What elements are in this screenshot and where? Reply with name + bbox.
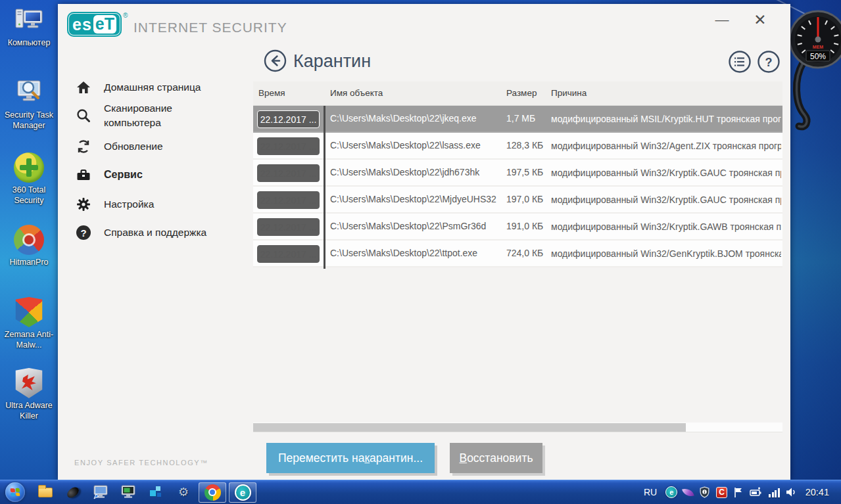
object-size: 724,0 КБ (506, 248, 548, 258)
back-button[interactable] (264, 49, 287, 72)
memory-gauge-gadget[interactable]: MEM 50% (788, 5, 841, 139)
folder-icon (38, 488, 53, 497)
desktop-icon-hitmanpro[interactable]: HitmanPro (0, 225, 58, 267)
table-row[interactable]: 22.12.2017 ... C:\Users\Maks\Desktop\22\… (253, 133, 782, 160)
taskbar-green-pc-button[interactable] (114, 481, 142, 503)
sidebar-item-setup[interactable]: Настройка (58, 196, 252, 213)
desktop-icon-zemana-antimalware[interactable]: Zemana Anti-Malw... (0, 297, 58, 351)
network-signal-icon[interactable] (769, 488, 780, 497)
ultra-adware-killer-shield-icon (14, 368, 43, 398)
desktop-icon-computer[interactable]: Компьютер (0, 5, 58, 48)
chrome-icon (204, 484, 221, 501)
column-separator (324, 106, 325, 269)
sidebar-item-update[interactable]: Обновление (58, 138, 252, 155)
table-row[interactable]: 22.12.2017 ... C:\Users\Maks\Desktop\22\… (253, 187, 782, 214)
sidebar-item-label: Настройка (104, 197, 154, 212)
gears-icon: ⚙ (178, 486, 189, 498)
desktop-icon-label: Ultra Adware Killer (0, 400, 58, 422)
power-battery-icon[interactable] (750, 487, 763, 497)
object-name: C:\Users\Maks\Desktop\22\ttpot.exe (330, 248, 502, 258)
product-name: INTERNET SECURITY (133, 20, 287, 35)
taskbar-clock[interactable]: 20:41 (803, 487, 834, 497)
taskbar-remote-pc-button[interactable] (87, 481, 114, 503)
horizontal-scrollbar-thumb[interactable] (253, 423, 686, 432)
quarantine-menu-button[interactable] (728, 50, 752, 74)
tray-comodo-icon[interactable]: C (716, 487, 727, 498)
sidebar-item-help-support[interactable]: ? Справка и поддержка (58, 224, 252, 241)
object-reason: модифицированный MSIL/Kryptik.HUT троянс… (551, 114, 781, 124)
sidebar-item-label: Сервис (104, 167, 143, 182)
desktop-icon-360-total-security[interactable]: 360 Total Security (0, 152, 58, 206)
column-header-reason: Причина (551, 88, 587, 98)
close-button[interactable]: ✕ (747, 9, 773, 30)
registered-mark: ® (123, 12, 128, 19)
taskbar-dish-app-button[interactable] (59, 481, 87, 503)
taskbar-eset-button[interactable]: e (229, 482, 256, 503)
sidebar-item-tools[interactable]: Сервис (58, 166, 252, 183)
quarantine-table: Время Имя объекта Размер Причина 22.12.2… (253, 81, 782, 267)
help-circle-icon: ? (75, 224, 92, 241)
windows-flag-icon (11, 488, 20, 497)
scan-magnifier-icon (75, 107, 92, 124)
time-badge: 22.12.2017 ... (257, 137, 320, 155)
list-menu-icon (728, 50, 752, 74)
home-icon (75, 79, 92, 96)
sidebar-item-label: Домашняя страница (104, 80, 201, 95)
taskbar: ⚙ e RU e C (0, 480, 841, 504)
briefcase-icon (75, 166, 92, 183)
tray-eset-icon[interactable]: e (665, 486, 677, 498)
column-header-name: Имя объекта (330, 88, 383, 98)
object-name: C:\Users\Maks\Desktop\22\PsmGr36d (330, 221, 502, 231)
table-row[interactable]: 22.12.2017 ... C:\Users\Maks\Desktop\22\… (253, 106, 782, 133)
column-header-time: Время (258, 88, 285, 98)
time-badge: 22.12.2017 ... (257, 191, 320, 209)
action-center-flag-icon[interactable] (733, 487, 744, 498)
taskbar-pixel-app-button[interactable] (142, 481, 170, 503)
table-row[interactable]: 22.12.2017 ... C:\Users\Maks\Desktop\22\… (253, 241, 782, 267)
volume-speaker-icon[interactable] (786, 487, 797, 497)
object-size: 197,5 КБ (506, 167, 548, 177)
table-row[interactable]: 22.12.2017 ... C:\Users\Maks\Desktop\22\… (253, 160, 782, 187)
monitor-magnifier-icon (14, 78, 44, 108)
object-name: C:\Users\Maks\Desktop\22\lsass.exe (330, 140, 502, 150)
tray-shield-icon[interactable] (699, 486, 710, 498)
eset-logo-text-right: eT (93, 15, 116, 34)
taskbar-services-button[interactable]: ⚙ (170, 481, 197, 503)
eset-logo-text-left: es (72, 16, 92, 33)
language-indicator[interactable]: RU (641, 487, 660, 497)
sidebar-item-computer-scan[interactable]: Сканирование компьютера (58, 101, 252, 131)
object-size: 197,0 КБ (506, 194, 548, 204)
object-reason: модифицированный Win32/GenKryptik.BJOM т… (551, 248, 781, 259)
restore-button[interactable]: Восстановить (450, 443, 542, 473)
desktop-icon-label: Zemana Anti-Malw... (0, 329, 58, 351)
taskbar-chrome-button[interactable] (199, 482, 226, 503)
object-name: C:\Users\Maks\Desktop\22\MjdyeUHS32 (330, 194, 502, 204)
minimize-button[interactable]: — (709, 9, 735, 30)
object-size: 191,0 КБ (506, 221, 548, 231)
sidebar-item-home[interactable]: Домашняя страница (58, 79, 252, 96)
hitmanpro-icon (14, 225, 44, 255)
gauge-label: MEM (813, 45, 824, 49)
object-reason: модифицированный Win32/Agent.ZIX троянск… (551, 141, 781, 151)
page-title: Карантин (293, 51, 371, 72)
desktop: Компьютер Security Task Manager 360 Tota… (0, 0, 841, 504)
object-name: C:\Users\Maks\Desktop\22\jdh673hk (330, 167, 502, 177)
pixel-cluster-icon (149, 485, 163, 499)
move-to-quarantine-button[interactable]: Переместить на карантин... (266, 443, 435, 473)
svg-text:?: ? (765, 56, 773, 69)
update-refresh-icon (75, 138, 92, 155)
zemana-shield-icon (14, 297, 44, 327)
system-tray: RU e C 20:41 (641, 486, 841, 498)
tray-feather-icon[interactable] (682, 486, 694, 499)
table-header: Время Имя объекта Размер Причина (253, 81, 782, 106)
computer-icon (14, 5, 44, 35)
start-button[interactable] (5, 482, 25, 502)
help-button[interactable]: ? (757, 50, 781, 74)
desktop-icon-security-task-manager[interactable]: Security Task Manager (0, 78, 58, 131)
table-row[interactable]: 22.12.2017 ... C:\Users\Maks\Desktop\22\… (253, 214, 782, 241)
taskbar-explorer-button[interactable] (32, 481, 59, 503)
desktop-icon-ultra-adware-killer[interactable]: Ultra Adware Killer (0, 368, 58, 422)
time-badge: 22.12.2017 ... (257, 245, 320, 263)
eset-window: es eT ® INTERNET SECURITY — ✕ Домашняя с… (58, 4, 790, 480)
sidebar-item-label: Обновление (104, 139, 163, 154)
